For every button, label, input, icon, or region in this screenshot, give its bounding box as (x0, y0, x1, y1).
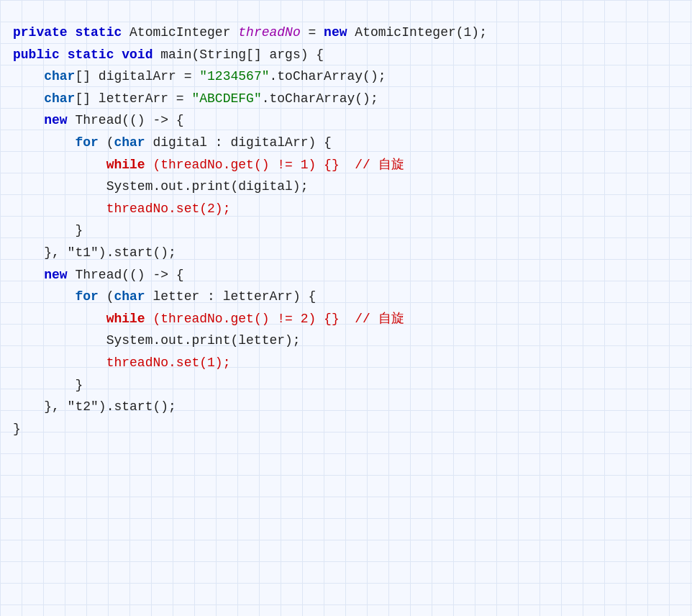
code-line-line4: char[] letterArr = "ABCDEFG".toCharArray… (13, 88, 679, 110)
code-line-line12: new Thread(() -> { (13, 264, 679, 286)
code-line-line10: } (13, 219, 679, 242)
code-line-line3: char[] digitalArr = "1234567".toCharArra… (13, 65, 679, 88)
code-line-line19: } (13, 418, 679, 440)
code-line-line1: private static AtomicInteger threadNo = … (13, 22, 679, 44)
code-line-line17: } (13, 374, 679, 397)
code-line-line9: threadNo.set(2); (13, 198, 679, 220)
code-line-line14: while (threadNo.get() != 2) {} // 自旋 (13, 308, 679, 330)
code-line-line8: System.out.print(digital); (13, 176, 679, 198)
code-line-line2: public static void main(String[] args) { (13, 44, 679, 66)
code-line-line13: for (char letter : letterArr) { (13, 286, 679, 308)
code-line-line11: }, "t1").start(); (13, 242, 679, 264)
code-line-line7: while (threadNo.get() != 1) {} // 自旋 (13, 154, 679, 176)
code-line-line5: new Thread(() -> { (13, 109, 679, 132)
code-line-line6: for (char digital : digitalArr) { (13, 132, 679, 154)
code-line-line16: threadNo.set(1); (13, 352, 679, 374)
code-line-line15: System.out.print(letter); (13, 330, 679, 352)
code-line-line18: }, "t2").start(); (13, 396, 679, 418)
code-editor: private static AtomicInteger threadNo = … (7, 14, 685, 447)
